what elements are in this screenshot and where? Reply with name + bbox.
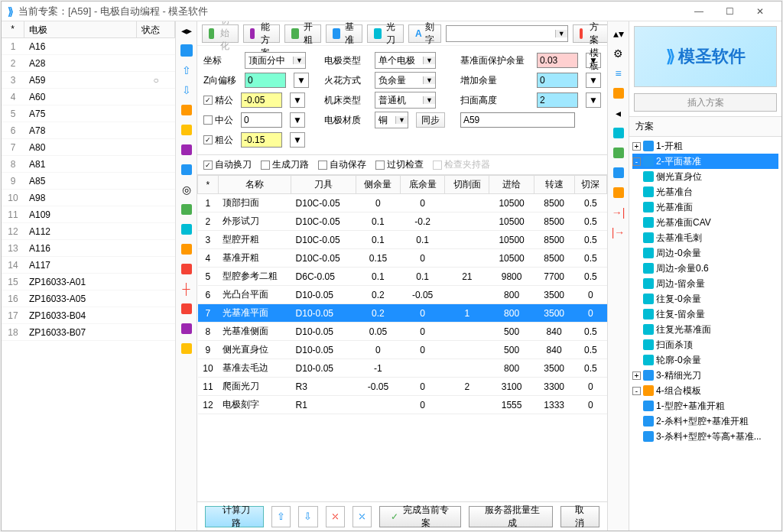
rs-prev-icon[interactable]: ◂ [611,105,626,121]
op-row[interactable]: 9侧光直身位D10-0.05005008400.5 [198,341,607,359]
tree-node[interactable]: 往复光基准面 [632,322,778,337]
opt-autosave[interactable]: 自动保存 [318,158,366,171]
etype-combo[interactable]: 单个电极▼ [375,52,436,69]
rough-input[interactable] [241,132,282,148]
electrode-row[interactable]: 2A28 [2,55,175,72]
base-button[interactable]: 基准 [326,24,362,43]
sync-button[interactable]: 同步 [416,112,445,128]
rs-list-icon[interactable]: ≡ [611,66,626,81]
rs-i3-icon[interactable] [611,165,626,180]
tree-node[interactable]: +3-精细光刀 [632,368,778,383]
op-row[interactable]: 4基准开粗D10C-0.050.1501050085000.5 [198,249,607,268]
fine-input[interactable] [241,92,282,108]
rs-gear-icon[interactable]: ⚙ [611,46,626,61]
op-row[interactable]: 11爬面光刀R3-0.0502310033000 [198,378,607,396]
nav-up-button[interactable]: ⇧ [271,506,291,527]
tree-node[interactable]: 光基准面 [632,200,778,215]
init-button[interactable]: 初始化 [202,24,239,43]
tree-node[interactable]: 光基准台 [632,184,778,200]
electrode-row[interactable]: 11A109 [2,206,175,223]
tool6-icon[interactable] [179,222,194,237]
cancel-button[interactable]: 取消 [560,506,599,527]
tree-node[interactable]: 1-型腔+基准开粗 [632,398,778,414]
tool2-icon[interactable] [179,122,194,138]
op-row[interactable]: 5型腔参考二粗D6C-0.050.10.121980077000.5 [198,268,607,286]
mtype-combo[interactable]: 普通机▼ [375,92,436,109]
nav-down-button[interactable]: ⇩ [298,506,317,527]
carve-button[interactable]: A刻字 [408,24,441,43]
light-button[interactable]: 光刀 [367,24,404,43]
opt-auto-tool[interactable]: ✓自动换刀 [203,158,252,171]
rough-button[interactable]: 开粗 [284,24,321,43]
target-icon[interactable]: ◎ [179,182,194,197]
scan-input[interactable] [537,92,578,108]
op-row[interactable]: 3型腔开粗D10C-0.050.10.11050085000.5 [198,231,607,249]
op-row[interactable]: 6光凸台平面D10-0.050.2-0.0580035000 [198,286,607,304]
op-row[interactable]: 1顶部扫面D10C-0.05001050085000.5 [198,194,607,212]
tool3-icon[interactable] [179,142,194,157]
electrode-row[interactable]: 3A59○ [2,72,175,89]
electrode-row[interactable]: 9A85 [2,173,175,190]
tool10-icon[interactable] [179,301,194,316]
save-icon[interactable] [179,43,194,58]
op-row[interactable]: 2外形试刀D10C-0.050.1-0.21050085000.5 [198,212,607,231]
tool7-icon[interactable] [179,242,194,257]
tree-node[interactable]: 周边-留余量 [632,276,778,291]
mid-check[interactable]: 中公 [203,114,233,127]
electrode-row[interactable]: 16ZP16033-A05 [2,290,175,307]
tree-node[interactable]: 周边-余量0.6 [632,261,778,276]
opt-overcut[interactable]: 过切检查 [375,158,424,171]
scheme-tree[interactable]: +1-开粗-2-平面基准侧光直身位光基准台光基准面光基准面CAV去基准毛刺周边-… [629,137,781,530]
electrode-row[interactable]: 7A80 [2,139,175,156]
electrode-row[interactable]: 17ZP16033-B04 [2,307,175,324]
electrode-row[interactable]: 15ZP16033-A01 [2,274,175,290]
close-button[interactable]: ✕ [745,2,775,21]
tool11-icon[interactable] [179,321,194,336]
collapse-icon[interactable]: ◂▸ [179,23,194,38]
operations-grid[interactable]: * 名称 刀具 侧余量 底余量 切削面 进给 转速 切深 1顶部扫面D10C-0… [197,175,607,501]
done-button[interactable]: ✓完成当前专案 [379,506,462,527]
nav-x2-button[interactable]: ⤫ [353,506,372,527]
rs-i1-icon[interactable] [611,125,626,141]
rs-copy-icon[interactable] [611,86,626,101]
batch-button[interactable]: 服务器批量生成 [469,506,552,527]
rs-i2-icon[interactable] [611,145,626,161]
electrode-row[interactable]: 14A117 [2,257,175,274]
rs-i5-icon[interactable]: →| [611,205,626,220]
electrode-row[interactable]: 6A78 [2,122,175,139]
smart-button[interactable]: 智能方案 [243,24,280,43]
electrode-row[interactable]: 12A112 [2,223,175,240]
tool1-icon[interactable] [179,102,194,118]
electrode-row[interactable]: 8A81 [2,156,175,173]
op-row[interactable]: 8光基准侧面D10-0.050.0505008400.5 [198,323,607,341]
op-row[interactable]: 10基准去毛边D10-0.05-180035000.5 [198,359,607,378]
tree-node[interactable]: 周边-0余量 [632,245,778,261]
tree-node[interactable]: 往复-0余量 [632,291,778,307]
add-input[interactable] [537,73,578,88]
mid-input[interactable] [241,112,282,128]
electrode-row[interactable]: 18ZP16033-B07 [2,324,175,341]
rough-check[interactable]: ✓粗公 [203,134,233,147]
tree-node[interactable]: 3-杀料+型腔+等高+基准... [632,429,778,444]
rs-i6-icon[interactable]: |→ [611,225,626,240]
electrode-row[interactable]: 5A75 [2,105,175,122]
coord-combo[interactable]: 顶面分中▼ [245,52,306,69]
tree-node[interactable]: -4-组合模板 [632,383,778,398]
tool4-icon[interactable] [179,162,194,177]
tool5-icon[interactable] [179,202,194,217]
electrode-row[interactable]: 4A60 [2,89,175,105]
spark-combo[interactable]: 负余量▼ [375,72,436,89]
tree-node[interactable]: 轮廓-0余量 [632,352,778,368]
saveas-button[interactable]: 另存方案模板 [573,24,607,43]
margin-input[interactable] [537,53,578,68]
calc-button[interactable]: 计算刀路 [205,506,264,527]
project-input[interactable] [460,112,575,128]
tree-node[interactable]: +1-开粗 [632,138,778,154]
tree-node[interactable]: 去基准毛刺 [632,230,778,245]
electrode-row[interactable]: 10A98 [2,190,175,206]
tree-node[interactable]: 侧光直身位 [632,169,778,184]
down-icon[interactable]: ⇩ [179,83,194,98]
tree-node[interactable]: 扫面杀顶 [632,337,778,352]
electrode-row[interactable]: 13A116 [2,240,175,257]
template-combo[interactable]: ▼ [446,25,568,42]
